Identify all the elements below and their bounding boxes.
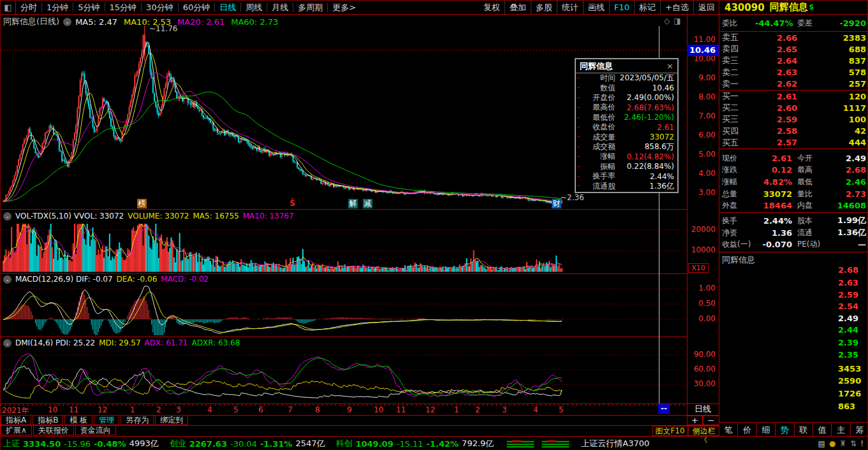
volume-pane-chart[interactable] [1, 222, 687, 273]
panel-toggle-icon[interactable]: ◧ [1, 1, 16, 14]
quote-tab-row: 笔价细势联值主筹 [719, 423, 868, 437]
zoom-out-button[interactable]: − [703, 416, 719, 425]
event-marker[interactable]: 解 [348, 199, 358, 208]
quote-value: 2.46 [830, 177, 866, 187]
transfer-icon[interactable]: ⇅ [850, 439, 857, 448]
popup-label: 流通股 [581, 181, 615, 192]
top-menu-item[interactable]: 更多> [327, 3, 360, 12]
collapse-icon[interactable]: ⌄ [3, 275, 11, 284]
event-marker[interactable]: 财 [552, 199, 561, 208]
extension-tab[interactable]: 扩展∧ [1, 425, 32, 435]
indicator-tab[interactable]: 模 板 [64, 415, 92, 425]
quote-value: 2.68 [830, 165, 866, 175]
popup-value: 10.46 [615, 83, 677, 92]
network-icon[interactable]: ♜ [839, 439, 846, 448]
quote-info-row: 总量33072量比2.73 [719, 188, 868, 200]
divider [1, 425, 719, 426]
level-label: 卖四 [722, 43, 753, 55]
dmi-pane-chart[interactable] [1, 349, 687, 403]
quote-tab[interactable]: 主 [831, 423, 850, 437]
quote-tab[interactable]: 筹 [850, 423, 868, 437]
top-menu-item[interactable]: 60分钟 [178, 3, 215, 12]
top-menu-item[interactable]: 分时 [16, 3, 41, 12]
popup-row: 振幅0.22(8.84%) [576, 162, 677, 171]
top-tool-item[interactable]: 画线 [583, 1, 609, 14]
chart-corner-icons[interactable]: ◇◨ [664, 17, 685, 25]
quote-tab[interactable]: 价 [737, 423, 756, 437]
message-icon[interactable]: ▤ [818, 439, 825, 448]
quote-tab[interactable]: 值 [813, 423, 831, 437]
top-tool-item[interactable]: 标记 [634, 1, 660, 14]
event-marker[interactable]: Ŝ [288, 199, 297, 208]
top-menu-item[interactable]: 日线 [214, 3, 240, 12]
top-tool-item[interactable]: 统计 [557, 1, 583, 14]
info-popup[interactable]: 同辉信息 × 时间2023/05/05/五数值10.46开盘价2.49(0.00… [575, 58, 679, 193]
quote-tab[interactable]: 笔 [719, 423, 737, 437]
indicator-label: VOL-TDX(5,10) VVOL: 33072 [15, 212, 124, 221]
popup-title: 同辉信息 [580, 61, 613, 72]
level-volume: 42 [797, 126, 866, 136]
indicator-tab[interactable]: 另存为 [121, 415, 154, 425]
top-menu-item[interactable]: 1分钟 [41, 3, 73, 12]
level-label: 买三 [722, 113, 753, 125]
indicator-tab-row: 指标A指标B模 板管理另存为绑定到 [1, 415, 188, 425]
event-marker[interactable]: 减 [363, 199, 372, 208]
quote-label: 涨跌 [722, 164, 755, 175]
top-tool-item[interactable]: 多股 [531, 1, 557, 14]
top-menu-item[interactable]: 多周期 [293, 3, 327, 12]
indicator-tab[interactable]: 管理 [94, 415, 119, 425]
top-menu-item[interactable]: 30分钟 [141, 3, 178, 12]
top-menu-item[interactable]: 月线 [267, 3, 293, 12]
popup-value: 33072 [615, 133, 677, 142]
close-icon[interactable]: × [666, 61, 673, 71]
top-tool-item[interactable]: 复权 [479, 1, 504, 14]
collapse-icon[interactable]: ⌄ [63, 18, 71, 26]
collapse-icon[interactable]: ⌄ [3, 212, 11, 221]
quote-value: 1.36 [755, 228, 792, 238]
indicator-tab[interactable]: 指标A [1, 415, 31, 425]
event-marker[interactable]: 榜 [137, 199, 147, 208]
popup-titlebar[interactable]: 同辉信息 × [576, 59, 677, 73]
data-feed-label[interactable]: 上证云行情A3700 [581, 438, 649, 449]
indicator-label: DEA: -0.06 [117, 275, 158, 284]
quote-tab[interactable]: 势 [775, 423, 793, 437]
date-axis[interactable]: -- 2021年10111212345678910111212345 [1, 403, 687, 415]
vol-pane-header: ⌄VOL-TDX(5,10) VVOL: 33072VOLUME: 33072M… [3, 212, 294, 221]
tool-menu: 复权叠加多股统计画线F10标记+自选返回 [479, 1, 719, 14]
extension-tab[interactable]: 资金流向 [75, 425, 116, 435]
top-tool-item[interactable]: 叠加 [504, 1, 531, 14]
indicator-tab[interactable]: 绑定到 [155, 415, 188, 425]
macd-pane-chart[interactable] [1, 285, 687, 337]
stock-header[interactable]: 430090 同辉信息 S [719, 1, 868, 14]
weibi-value: -44.47% [755, 18, 792, 28]
quote-label: 内盘 [797, 200, 830, 211]
quote-value: 33072 [755, 189, 792, 199]
top-menu-item[interactable]: 5分钟 [73, 3, 104, 12]
collapse-icon[interactable]: ⌄ [3, 339, 11, 347]
indicator-tab[interactable]: 指标B [33, 415, 63, 425]
popup-value: 0.22(8.84%) [615, 162, 677, 171]
y-axis-label: 4.00 [687, 169, 719, 178]
extension-tab[interactable]: 关联报价 [33, 425, 74, 435]
alert-icon[interactable]: ! [860, 439, 864, 448]
top-tool-item[interactable]: F10 [609, 1, 634, 14]
sidebar-toggle-button[interactable]: 侧边栏《 [688, 426, 719, 436]
zoom-in-button[interactable]: + [687, 416, 703, 425]
indicator-label: ADXR: 63.68 [192, 338, 240, 347]
top-menu-item[interactable]: 周线 [240, 3, 267, 12]
level-label: 买一 [722, 91, 753, 102]
index-quotes[interactable]: 上证3334.50-15.96-0.48%4993亿创业2267.63-30.0… [3, 438, 501, 449]
quote-label: 净资 [722, 228, 755, 238]
popup-value: 2.44% [615, 172, 677, 181]
y-axis-label: 5.00 [687, 150, 719, 159]
quote-tab[interactable]: 细 [756, 423, 775, 437]
popup-row: 数值10.46 [576, 83, 677, 92]
period-indicator[interactable]: 日线 [687, 403, 719, 415]
popup-row: 收盘价2.61 [576, 122, 677, 132]
y-axis-label: 90.00 [687, 350, 719, 359]
coin-icon[interactable]: ● [829, 439, 835, 448]
quote-tab[interactable]: 联 [794, 423, 813, 437]
level-volume: 120 [797, 92, 866, 101]
top-menu-item[interactable]: 15分钟 [105, 3, 142, 12]
graphic-f10-button[interactable]: 图文F10 [652, 426, 688, 436]
